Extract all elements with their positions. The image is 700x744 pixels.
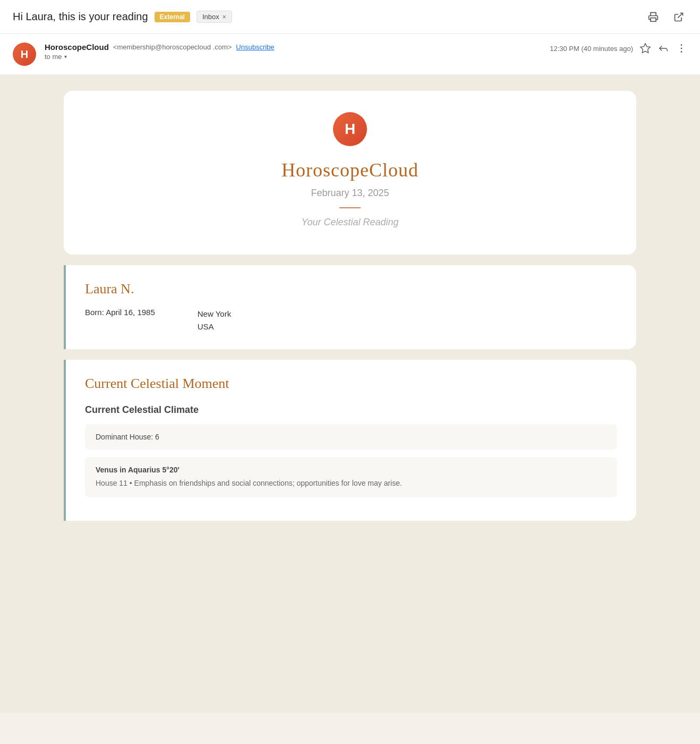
email-header-right: 12:30 PM (40 minutes ago): [550, 43, 687, 54]
venus-label: Venus in Aquarius 5°20': [96, 466, 607, 474]
celestial-subsection-title: Current Celestial Climate: [85, 404, 617, 416]
hero-logo-circle: H: [333, 112, 367, 146]
dominant-house-box: Dominant House: 6: [85, 424, 617, 450]
sender-info: HoroscopeCloud <membership@horoscopeclou…: [45, 43, 550, 61]
dominant-house-label: Dominant House: 6: [96, 433, 607, 441]
email-subject: Hi Laura, this is your reading: [13, 11, 148, 23]
profile-name: Laura N.: [85, 281, 617, 297]
profile-city: New York: [198, 308, 231, 320]
svg-rect-0: [651, 18, 656, 21]
profile-card-inner: Laura N. Born: April 16, 1985 New York U…: [66, 265, 636, 349]
to-me-label: to me: [45, 53, 62, 61]
svg-point-5: [681, 51, 682, 53]
svg-marker-2: [641, 44, 650, 53]
star-button[interactable]: [639, 43, 651, 54]
email-body: H HoroscopeCloud February 13, 2025 Your …: [0, 75, 700, 713]
open-external-button[interactable]: [670, 9, 687, 26]
venus-desc: House 11 • Emphasis on friendships and s…: [96, 477, 607, 489]
hero-date: February 13, 2025: [80, 188, 620, 199]
print-button[interactable]: [645, 9, 662, 26]
hero-divider: [339, 207, 361, 208]
badge-external: External: [155, 12, 190, 22]
hero-brand-name: HoroscopeCloud: [80, 159, 620, 181]
hero-card: H HoroscopeCloud February 13, 2025 Your …: [64, 91, 636, 255]
hero-subtitle: Your Celestial Reading: [80, 217, 620, 228]
top-bar: Hi Laura, this is your reading External …: [0, 0, 700, 34]
sender-email: <membership@horoscopecloud .com>: [113, 43, 232, 51]
celestial-card-inner: Current Celestial Moment Current Celesti…: [66, 360, 636, 521]
to-me[interactable]: to me ▾: [45, 53, 550, 61]
reply-button[interactable]: [658, 43, 669, 54]
profile-country: USA: [198, 320, 231, 333]
profile-details: Born: April 16, 1985 New York USA: [85, 308, 617, 333]
badge-inbox: Inbox ×: [197, 11, 232, 23]
sender-avatar: H: [13, 43, 36, 66]
inbox-label: Inbox: [202, 13, 219, 21]
hero-logo-initial: H: [345, 121, 355, 138]
sender-name: HoroscopeCloud: [45, 43, 109, 52]
top-bar-left: Hi Laura, this is your reading External …: [13, 11, 645, 23]
email-timestamp: 12:30 PM (40 minutes ago): [550, 45, 633, 53]
svg-point-4: [681, 48, 682, 49]
svg-line-1: [678, 13, 682, 18]
email-header: H HoroscopeCloud <membership@horoscopecl…: [0, 34, 700, 75]
sender-name-row: HoroscopeCloud <membership@horoscopeclou…: [45, 43, 550, 52]
venus-box: Venus in Aquarius 5°20' House 11 • Empha…: [85, 457, 617, 497]
profile-card: Laura N. Born: April 16, 1985 New York U…: [64, 265, 636, 349]
svg-point-3: [681, 44, 682, 46]
unsubscribe-link[interactable]: Unsubscribe: [236, 43, 274, 51]
avatar-initial: H: [21, 48, 28, 61]
top-bar-right: [645, 9, 687, 26]
close-inbox-icon[interactable]: ×: [223, 13, 226, 21]
celestial-card: Current Celestial Moment Current Celesti…: [64, 360, 636, 521]
profile-born: Born: April 16, 1985: [85, 308, 155, 333]
profile-location: New York USA: [198, 308, 231, 333]
more-options-button[interactable]: [676, 43, 687, 54]
celestial-section-title: Current Celestial Moment: [85, 376, 617, 392]
to-me-arrow-icon: ▾: [64, 54, 67, 60]
